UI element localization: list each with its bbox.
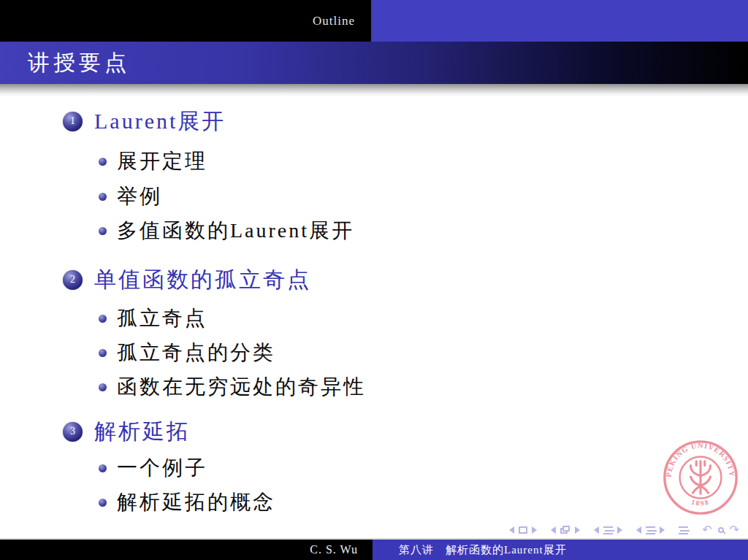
next-subsection-icon[interactable]: [617, 526, 622, 534]
frame-title: 讲授要点: [28, 48, 130, 78]
toc-subitem-label[interactable]: 展开定理: [117, 147, 207, 175]
toc-subitem[interactable]: 一个例子: [63, 452, 748, 484]
next-slide-icon[interactable]: [532, 526, 537, 534]
section-number-ball: 2: [63, 270, 83, 290]
toc-subitem[interactable]: 孤立奇点的分类: [63, 337, 748, 369]
toc-section-1[interactable]: 1 Laurent展开: [63, 104, 748, 138]
beamer-navigation-bar: ↶ ↷: [500, 525, 739, 535]
subsection-icon[interactable]: [603, 526, 613, 534]
header-section-cell: Outline: [0, 0, 371, 42]
prev-subsection-icon[interactable]: [594, 526, 599, 534]
toc-subitem[interactable]: 展开定理: [63, 145, 748, 177]
section-icon[interactable]: [646, 526, 655, 534]
header-bar: Outline: [0, 0, 748, 42]
section-number-ball: 1: [63, 112, 83, 131]
frame-icon[interactable]: [560, 526, 570, 534]
toc-section-2[interactable]: 2 单值函数的孤立奇点: [63, 263, 748, 296]
toc-subitem-label[interactable]: 孤立奇点的分类: [117, 339, 275, 367]
toc-subitem[interactable]: 孤立奇点: [63, 302, 748, 334]
toc-section-title[interactable]: Laurent展开: [94, 107, 226, 137]
slide-icon[interactable]: [519, 526, 527, 534]
slide-nav: [509, 526, 537, 534]
toc-subitem[interactable]: 多值函数的Laurent展开: [63, 215, 748, 247]
bullet-icon: [99, 499, 107, 507]
bullet-icon: [99, 383, 107, 391]
toc-subitem-label[interactable]: 解析延拓的概念: [117, 488, 275, 516]
footer-lecture-title: 第八讲 解析函数的Laurent展开: [399, 543, 567, 557]
history-nav: ↶ ↷: [702, 525, 739, 535]
toc-section-title[interactable]: 解析延拓: [94, 417, 191, 447]
bullet-icon: [99, 315, 107, 323]
presentation-icon[interactable]: [679, 526, 688, 534]
prev-frame-icon[interactable]: [551, 526, 556, 534]
prev-section-icon[interactable]: [636, 526, 641, 534]
prev-slide-icon[interactable]: [509, 526, 514, 534]
toc-subitem-label[interactable]: 孤立奇点: [117, 304, 207, 332]
footer-author-cell: C. S. Wu: [0, 540, 373, 560]
toc-section-3[interactable]: 3 解析延拓: [63, 415, 748, 448]
search-icon[interactable]: [718, 527, 724, 533]
bullet-icon: [99, 227, 107, 235]
toc-subitem-label[interactable]: 多值函数的Laurent展开: [117, 217, 354, 245]
frame-nav: [551, 526, 580, 534]
toc-content: 1 Laurent展开 展开定理 举例 多值函数的Laurent展开 2 单值函…: [0, 104, 748, 518]
section-number: 3: [70, 426, 75, 437]
title-shadow-divider: [0, 84, 748, 97]
beamer-slide: Outline 讲授要点 1 Laurent展开 展开定理 举例 多值函数的La…: [0, 0, 748, 560]
presentation-nav: [679, 526, 688, 534]
toc-subitem-label[interactable]: 函数在无穷远处的奇异性: [117, 373, 366, 401]
header-outline-label: Outline: [313, 14, 355, 28]
toc-subitem[interactable]: 函数在无穷远处的奇异性: [63, 371, 748, 403]
footer-title-cell: 第八讲 解析函数的Laurent展开: [373, 540, 748, 560]
bullet-icon: [99, 464, 107, 472]
section-number-ball: 3: [63, 422, 83, 442]
bullet-icon: [99, 158, 107, 166]
toc-subitem[interactable]: 解析延拓的概念: [63, 486, 748, 518]
toc-section-title[interactable]: 单值函数的孤立奇点: [94, 265, 311, 295]
go-back-icon[interactable]: ↶: [702, 525, 711, 535]
subsection-nav: [594, 526, 622, 534]
next-frame-icon[interactable]: [575, 526, 580, 534]
bullet-icon: [99, 349, 107, 357]
bullet-icon: [99, 193, 107, 201]
section-nav: [636, 526, 665, 534]
footer-bar: C. S. Wu 第八讲 解析函数的Laurent展开: [0, 538, 748, 560]
frame-title-bar: 讲授要点: [0, 42, 748, 84]
next-section-icon[interactable]: [660, 526, 665, 534]
toc-subitem-label[interactable]: 举例: [117, 183, 162, 210]
peking-university-seal: PEKING UNIVERSITY 1898: [662, 439, 739, 516]
section-number: 2: [70, 274, 75, 285]
section-number: 1: [70, 115, 75, 127]
toc-subitem-label[interactable]: 一个例子: [117, 454, 207, 482]
footer-author: C. S. Wu: [310, 543, 358, 556]
header-right-cell: [371, 0, 748, 42]
go-forward-icon[interactable]: ↷: [730, 525, 739, 535]
toc-subitem[interactable]: 举例: [63, 180, 748, 212]
